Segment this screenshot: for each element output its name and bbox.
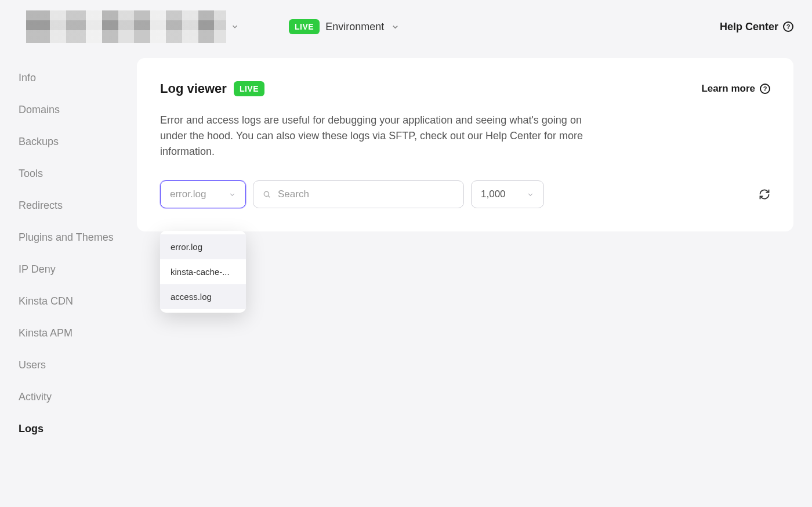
help-center-label: Help Center [720,21,778,33]
learn-more-link[interactable]: Learn more ? [701,83,770,95]
chevron-down-icon [229,191,236,198]
environment-selector[interactable]: LIVE Environment [289,19,400,34]
main-panel: Log viewer LIVE Learn more ? Error and a… [137,58,793,231]
sidebar-item-activity[interactable]: Activity [19,391,137,403]
site-selector[interactable] [19,10,239,43]
dropdown-option-error-log[interactable]: error.log [160,234,246,259]
sidebar-item-logs[interactable]: Logs [19,423,137,435]
search-box[interactable] [253,180,464,208]
sidebar-item-redirects[interactable]: Redirects [19,200,137,212]
help-icon: ? [760,84,770,94]
sidebar-item-kinsta-apm[interactable]: Kinsta APM [19,327,137,339]
sidebar-item-tools[interactable]: Tools [19,168,137,180]
controls-row: error.log 1,000 [160,180,770,208]
help-center-link[interactable]: Help Center ? [720,21,793,33]
sidebar: Info Domains Backups Tools Redirects Plu… [0,53,137,488]
search-input[interactable] [278,189,454,200]
environment-label: Environment [325,21,384,33]
log-select-value: error.log [170,189,206,200]
page-title: Log viewer [160,81,227,96]
dropdown-option-kinsta-cache[interactable]: kinsta-cache-... [160,259,246,284]
row-count-select[interactable]: 1,000 [471,180,544,208]
sidebar-item-users[interactable]: Users [19,359,137,371]
topbar: LIVE Environment Help Center ? [0,0,812,53]
refresh-icon [759,189,770,200]
svg-line-1 [269,196,270,198]
chevron-down-icon [231,23,239,31]
sidebar-item-info[interactable]: Info [19,72,137,84]
live-badge: LIVE [289,19,320,34]
log-file-dropdown: error.log kinsta-cache-... access.log [160,231,246,313]
learn-more-label: Learn more [701,83,755,95]
chevron-down-icon [527,191,534,198]
help-icon: ? [783,21,793,32]
sidebar-item-kinsta-cdn[interactable]: Kinsta CDN [19,295,137,307]
refresh-button[interactable] [759,189,770,200]
chevron-down-icon [391,23,400,31]
svg-point-0 [264,191,269,196]
live-badge: LIVE [234,81,264,96]
sidebar-item-domains[interactable]: Domains [19,104,137,116]
sidebar-item-plugins-themes[interactable]: Plugins and Themes [19,231,137,244]
log-file-select[interactable]: error.log [160,180,246,208]
search-icon [263,190,271,198]
panel-description: Error and access logs are useful for deb… [160,113,589,160]
site-name-redacted [26,10,226,43]
panel-header: Log viewer LIVE Learn more ? [160,81,770,96]
count-select-value: 1,000 [481,189,506,200]
sidebar-item-ip-deny[interactable]: IP Deny [19,263,137,276]
sidebar-item-backups[interactable]: Backups [19,136,137,148]
dropdown-option-access-log[interactable]: access.log [160,284,246,309]
